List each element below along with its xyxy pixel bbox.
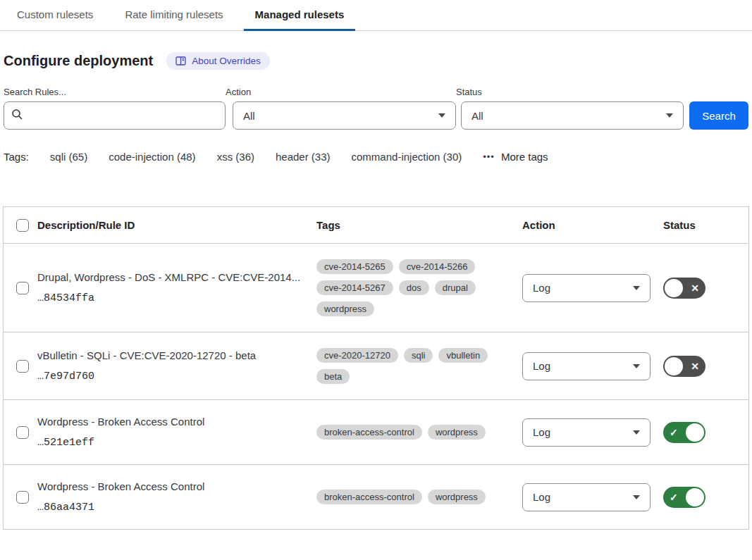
- row-action-value: Log: [533, 426, 550, 438]
- status-toggle[interactable]: ✓: [663, 422, 705, 443]
- action-filter-label: Action: [226, 87, 456, 97]
- chevron-down-icon: [633, 364, 640, 368]
- page-head: Configure deployment About Overrides: [4, 52, 748, 70]
- tags-bar-label: Tags:: [4, 151, 29, 163]
- book-icon: [175, 56, 186, 66]
- toggle-state-icon: ✓: [670, 492, 678, 503]
- rule-description-cell: Wordpress - Broken Access Control …86aa4…: [37, 480, 316, 514]
- chevron-down-icon: [633, 495, 640, 499]
- status-toggle[interactable]: ✓: [663, 487, 705, 508]
- toggle-state-icon: ✕: [691, 282, 699, 294]
- rule-tags: cve-2020-12720sqlivbulletinbeta: [316, 348, 522, 384]
- about-overrides-link[interactable]: About Overrides: [166, 52, 270, 70]
- tag-filter-xss[interactable]: xss (36): [217, 151, 254, 163]
- table-header-row: Description/Rule ID Tags Action Status: [4, 207, 748, 244]
- toggle-state-icon: ✕: [691, 361, 699, 372]
- tab-managed-rulesets[interactable]: Managed rulesets: [244, 0, 356, 31]
- row-action-select[interactable]: Log: [522, 483, 651, 511]
- row-action-value: Log: [533, 360, 550, 372]
- row-checkbox[interactable]: [16, 491, 29, 504]
- rules-table: Description/Rule ID Tags Action Status D…: [3, 206, 749, 530]
- tag-pill: wordpress: [428, 425, 486, 440]
- chevron-down-icon: [633, 286, 640, 290]
- rule-id: …86aa4371: [37, 502, 316, 514]
- tab-bar: Custom rulesets Rate limiting rulesets M…: [0, 0, 752, 31]
- filter-bar: Search Rules... Action All Status All Se…: [4, 87, 748, 130]
- tag-pill: cve-2020-12720: [316, 348, 398, 363]
- tag-pill: wordpress: [428, 490, 486, 504]
- column-header-action: Action: [522, 219, 663, 231]
- action-filter-value: All: [243, 110, 255, 122]
- column-header-description: Description/Rule ID: [37, 219, 316, 231]
- status-toggle[interactable]: ✕: [663, 278, 705, 299]
- tag-filter-header[interactable]: header (33): [276, 151, 331, 163]
- rule-tags: cve-2014-5265cve-2014-5266cve-2014-5267d…: [316, 259, 522, 316]
- row-action-select[interactable]: Log: [522, 274, 651, 302]
- more-tags-button[interactable]: ••• More tags: [483, 151, 548, 163]
- toggle-state-icon: ✓: [670, 427, 678, 438]
- toggle-knob: [686, 488, 704, 506]
- tab-custom-rulesets[interactable]: Custom rulesets: [6, 0, 104, 31]
- row-action-select[interactable]: Log: [522, 352, 651, 380]
- table-body: Drupal, Wordpress - DoS - XMLRPC - CVE:C…: [4, 244, 748, 530]
- tag-filter-command-injection[interactable]: command-injection (30): [352, 151, 462, 163]
- chevron-down-icon: [633, 430, 640, 435]
- more-tags-label: More tags: [501, 151, 548, 163]
- action-filter-select[interactable]: All: [233, 101, 456, 130]
- status-filter-value: All: [471, 110, 483, 122]
- tag-pill: broken-access-control: [316, 490, 422, 504]
- tag-pill: cve-2014-5267: [316, 280, 393, 295]
- tag-filter-code-injection[interactable]: code-injection (48): [109, 151, 195, 163]
- rule-description-cell: vBulletin - SQLi - CVE:CVE-2020-12720 - …: [37, 349, 316, 382]
- search-rules-label: Search Rules...: [4, 87, 226, 97]
- rule-id: …7e97d760: [37, 371, 316, 382]
- column-header-tags: Tags: [316, 219, 522, 231]
- table-row: Wordpress - Broken Access Control …521e1…: [4, 400, 748, 465]
- about-overrides-label: About Overrides: [192, 56, 261, 66]
- rule-id: …84534ffa: [37, 292, 316, 304]
- tag-pill: wordpress: [316, 301, 374, 316]
- tag-pill: cve-2014-5266: [399, 259, 476, 274]
- tag-pill: broken-access-control: [316, 425, 422, 440]
- tag-pill: dos: [399, 280, 429, 295]
- search-icon: [11, 108, 23, 123]
- row-action-value: Log: [533, 491, 550, 503]
- select-all-checkbox[interactable]: [16, 219, 29, 232]
- row-checkbox[interactable]: [16, 360, 29, 373]
- rule-description: vBulletin - SQLi - CVE:CVE-2020-12720 - …: [37, 349, 316, 361]
- tag-pill: cve-2014-5265: [316, 259, 393, 274]
- toggle-knob: [665, 357, 683, 375]
- rule-id: …521e1eff: [37, 437, 316, 449]
- row-action-value: Log: [533, 282, 550, 294]
- rule-description: Drupal, Wordpress - DoS - XMLRPC - CVE:C…: [37, 271, 316, 283]
- rule-tags: broken-access-controlwordpress: [316, 425, 522, 440]
- tag-filter-sqli[interactable]: sqli (65): [50, 151, 87, 163]
- status-filter-select[interactable]: All: [461, 101, 684, 130]
- rule-tags: broken-access-controlwordpress: [316, 490, 522, 504]
- status-filter-label: Status: [456, 87, 684, 97]
- search-input-box: [4, 101, 226, 130]
- toggle-knob: [686, 423, 704, 442]
- page-title: Configure deployment: [4, 53, 153, 69]
- column-header-status: Status: [663, 219, 748, 231]
- ellipsis-icon: •••: [483, 151, 495, 162]
- search-rules-input[interactable]: [29, 110, 218, 122]
- rule-description-cell: Drupal, Wordpress - DoS - XMLRPC - CVE:C…: [37, 271, 316, 304]
- rule-description-cell: Wordpress - Broken Access Control …521e1…: [37, 416, 316, 449]
- status-toggle[interactable]: ✕: [663, 356, 705, 377]
- table-row: vBulletin - SQLi - CVE:CVE-2020-12720 - …: [4, 332, 748, 400]
- toggle-knob: [665, 279, 683, 297]
- rule-description: Wordpress - Broken Access Control: [37, 416, 316, 428]
- row-action-select[interactable]: Log: [522, 418, 651, 447]
- chevron-down-icon: [438, 113, 445, 118]
- row-checkbox[interactable]: [16, 426, 29, 439]
- table-row: Drupal, Wordpress - DoS - XMLRPC - CVE:C…: [4, 244, 748, 332]
- tag-pill: vbulletin: [438, 348, 488, 363]
- tab-rate-limiting-rulesets[interactable]: Rate limiting rulesets: [113, 0, 234, 31]
- rule-description: Wordpress - Broken Access Control: [37, 480, 316, 492]
- tags-bar: Tags: sqli (65) code-injection (48) xss …: [4, 151, 748, 163]
- tag-pill: sqli: [404, 348, 433, 363]
- row-checkbox[interactable]: [16, 282, 29, 294]
- tag-pill: drupal: [435, 280, 476, 295]
- search-button[interactable]: Search: [689, 101, 748, 130]
